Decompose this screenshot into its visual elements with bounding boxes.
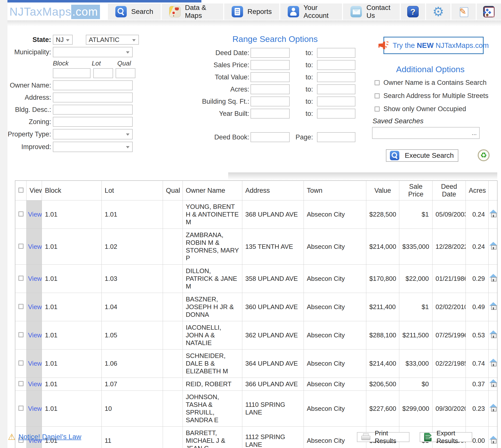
print-results-button[interactable]: Print Results: [357, 432, 409, 442]
nav-data-maps-label: Data & Maps: [185, 4, 216, 20]
view-link[interactable]: View: [28, 303, 42, 311]
range-to-input[interactable]: [317, 109, 355, 119]
execute-search-button[interactable]: Execute Search: [386, 149, 458, 162]
view-link[interactable]: View: [28, 275, 42, 282]
cell-owner-name: YOUNG, BRENT H & ANTOINETTE M: [183, 200, 242, 229]
range-search-panel: Range Search Options Deed Date:to:Sales …: [171, 34, 362, 144]
deed-page-input[interactable]: [317, 132, 355, 142]
saved-searches-input[interactable]: ...: [372, 127, 480, 139]
header-block: Block: [42, 181, 102, 200]
nav-data-maps[interactable]: Data & Maps: [162, 3, 223, 20]
row-checkbox[interactable]: [18, 276, 24, 281]
range-to-input[interactable]: [317, 60, 355, 70]
multiple-streets-checkbox[interactable]: [375, 93, 380, 98]
house-icon[interactable]: [489, 359, 498, 367]
house-icon[interactable]: [489, 404, 498, 412]
nav-your-account[interactable]: Your Account: [280, 3, 342, 20]
nav-reports[interactable]: Reports: [224, 3, 279, 20]
row-checkbox[interactable]: [18, 381, 24, 386]
range-from-input[interactable]: [250, 60, 290, 70]
cell-deed-date: 05/09/2003: [433, 200, 466, 229]
nav-help-button[interactable]: [401, 3, 425, 20]
deed-book-input[interactable]: [250, 132, 290, 142]
house-icon[interactable]: [489, 274, 498, 282]
range-to-label: to:: [290, 110, 317, 118]
range-to-input[interactable]: [317, 72, 355, 82]
footer-notice: ⚠ Notice! Daniel’s Law: [8, 433, 81, 441]
zoning-label: Zoning:: [0, 118, 53, 126]
improved-select[interactable]: [53, 142, 133, 152]
nav-contact-us[interactable]: Contact Us: [343, 3, 400, 20]
row-checkbox[interactable]: [18, 244, 24, 249]
contains-search-checkbox[interactable]: [375, 80, 380, 85]
row-checkbox[interactable]: [18, 304, 24, 309]
cell-town: Absecon City: [304, 200, 366, 229]
refresh-button[interactable]: [478, 149, 490, 161]
owner-name-input[interactable]: [53, 80, 133, 90]
cell-address: 1110 SPRING LANE: [242, 391, 304, 427]
qual-input[interactable]: [116, 68, 135, 78]
view-link[interactable]: View: [28, 360, 42, 367]
block-input[interactable]: [53, 68, 91, 78]
house-icon[interactable]: [489, 330, 498, 338]
view-link[interactable]: View: [28, 405, 42, 412]
row-checkbox[interactable]: [18, 360, 24, 366]
cell-block: 1.01: [42, 265, 102, 293]
range-row: Total Value:to:: [171, 72, 362, 82]
saved-searches-browse[interactable]: ...: [472, 129, 477, 136]
house-icon[interactable]: [489, 379, 498, 387]
range-to-label: to:: [290, 86, 317, 93]
zoning-input[interactable]: [53, 117, 133, 127]
house-icon[interactable]: [489, 242, 498, 250]
house-icon[interactable]: [489, 436, 498, 444]
cell-town: Absecon City: [304, 229, 366, 265]
export-results-button[interactable]: Export Results: [420, 432, 472, 442]
range-from-input[interactable]: [250, 109, 290, 119]
cell-lot: 10: [102, 391, 163, 427]
nav-settings-button[interactable]: [426, 3, 450, 20]
row-checkbox[interactable]: [18, 332, 24, 337]
cell-acres: 0.74: [466, 350, 489, 378]
view-link[interactable]: View: [28, 211, 42, 218]
range-from-input[interactable]: [250, 48, 290, 58]
cell-acres: 0.29: [466, 265, 489, 293]
nav-edit-note-button[interactable]: [451, 3, 476, 20]
row-checkbox[interactable]: [18, 406, 24, 411]
top-accent-bar: [7, 0, 201, 2]
multiple-streets-label: Search Address for Multiple Streets: [383, 92, 488, 100]
cell-block: 1.01: [42, 391, 102, 427]
view-link[interactable]: View: [28, 331, 42, 339]
view-link[interactable]: View: [28, 380, 42, 388]
view-link[interactable]: View: [28, 243, 42, 250]
house-icon[interactable]: [489, 210, 498, 218]
state-select[interactable]: NJ: [53, 35, 73, 45]
nav-search[interactable]: Search: [108, 3, 161, 20]
try-new-site-button[interactable]: Try the NEW NJTaxMaps.com: [383, 37, 484, 54]
range-from-input[interactable]: [250, 72, 290, 82]
address-label: Address:: [0, 94, 53, 101]
cell-address: 362 UPLAND AVE: [242, 321, 304, 350]
site-logo[interactable]: NJTaxMaps.com: [9, 5, 100, 18]
range-to-input[interactable]: [317, 84, 355, 94]
house-icon[interactable]: [489, 302, 498, 310]
nav-map-frame-button[interactable]: [477, 3, 501, 20]
cell-address: 135 TENTH AVE: [242, 229, 304, 265]
cell-value: $227,600: [366, 391, 399, 427]
property-type-select[interactable]: [53, 129, 133, 139]
municipality-select[interactable]: [53, 47, 133, 57]
lot-input[interactable]: [93, 68, 113, 78]
range-to-input[interactable]: [317, 96, 355, 106]
range-to-input[interactable]: [317, 48, 355, 58]
select-all-checkbox[interactable]: [18, 188, 24, 193]
address-input[interactable]: [53, 93, 133, 102]
header-town: Town: [304, 181, 366, 200]
county-select[interactable]: ATLANTIC: [86, 35, 139, 45]
range-from-input[interactable]: [250, 84, 290, 94]
daniels-law-link[interactable]: Notice! Daniel’s Law: [18, 433, 81, 441]
municipality-label: Municipality:: [0, 48, 53, 56]
bldg-desc-input[interactable]: [53, 105, 133, 115]
row-checkbox[interactable]: [18, 211, 24, 217]
warning-icon: ⚠: [8, 433, 15, 441]
owner-occupied-checkbox[interactable]: [375, 106, 380, 112]
range-from-input[interactable]: [250, 96, 290, 106]
